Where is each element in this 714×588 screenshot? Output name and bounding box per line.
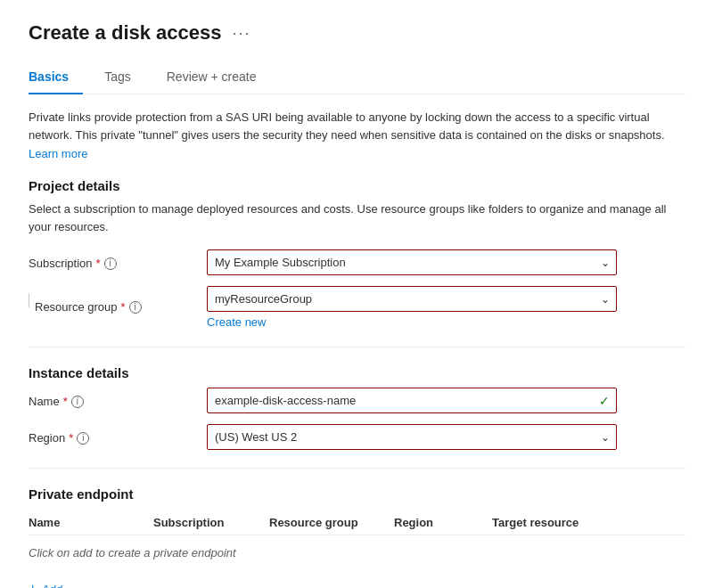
tab-basics[interactable]: Basics: [29, 62, 83, 94]
name-row: Name * i ✓: [29, 388, 685, 413]
table-empty-message: Click on add to create a private endpoin…: [29, 535, 685, 570]
private-endpoint-title: Private endpoint: [29, 486, 685, 502]
resource-group-required: *: [121, 300, 126, 314]
resource-group-row: Resource group * i myResourceGroup ⌄ Cre…: [29, 286, 685, 329]
subscription-info-icon[interactable]: i: [104, 257, 117, 270]
indent-line: [29, 293, 29, 307]
name-check-icon: ✓: [599, 394, 610, 408]
col-header-name: Name: [29, 516, 153, 529]
region-required: *: [69, 431, 73, 445]
subscription-label: Subscription * i: [29, 249, 207, 270]
subscription-select-wrapper: My Example Subscription ⌄: [207, 249, 617, 275]
project-details-title: Project details: [29, 178, 685, 193]
col-header-resource-group: Resource group: [269, 516, 394, 529]
name-label: Name * i: [29, 388, 207, 408]
region-select-wrapper: (US) West US 2 ⌄: [207, 424, 617, 450]
table-header: Name Subscription Resource group Region …: [29, 509, 685, 535]
resource-group-select[interactable]: myResourceGroup: [207, 286, 617, 312]
region-select[interactable]: (US) West US 2: [207, 424, 617, 450]
project-details-description: Select a subscription to manage deployed…: [29, 200, 685, 235]
divider-1: [29, 347, 685, 347]
name-required: *: [63, 395, 68, 408]
col-header-subscription: Subscription: [153, 516, 269, 529]
page-container: Create a disk access ··· Basics Tags Rev…: [0, 0, 714, 588]
resource-group-label: Resource group * i: [35, 293, 213, 314]
create-new-link[interactable]: Create new: [207, 315, 617, 329]
resource-group-info-icon[interactable]: i: [129, 301, 142, 314]
tab-tags[interactable]: Tags: [104, 62, 145, 94]
subscription-required: *: [96, 257, 101, 270]
region-info-icon[interactable]: i: [77, 432, 89, 445]
page-title: Create a disk access: [29, 21, 222, 45]
col-header-region: Region: [394, 516, 492, 529]
subscription-control: My Example Subscription ⌄: [207, 249, 617, 275]
name-control: ✓: [207, 388, 617, 413]
add-button-label: Add: [42, 583, 62, 589]
region-row: Region * i (US) West US 2 ⌄: [29, 424, 685, 450]
page-header: Create a disk access ···: [29, 21, 685, 45]
subscription-select[interactable]: My Example Subscription: [207, 249, 617, 275]
more-options-icon[interactable]: ···: [233, 24, 251, 43]
name-info-icon[interactable]: i: [71, 396, 84, 408]
learn-more-link[interactable]: Learn more: [29, 147, 87, 160]
instance-details-title: Instance details: [29, 365, 685, 380]
resource-group-select-wrapper: myResourceGroup ⌄: [207, 286, 617, 312]
divider-2: [29, 468, 685, 469]
tab-review-create[interactable]: Review + create: [167, 62, 271, 94]
description-text: Private links provide protection from a …: [29, 109, 685, 143]
plus-icon: +: [29, 581, 37, 588]
private-endpoint-section: Private endpoint Name Subscription Resou…: [29, 486, 685, 588]
subscription-row: Subscription * i My Example Subscription…: [29, 249, 685, 275]
col-header-target: Target resource: [492, 516, 685, 529]
tabs-container: Basics Tags Review + create: [29, 62, 685, 94]
name-input-wrapper: ✓: [207, 388, 617, 413]
add-button[interactable]: + Add: [29, 574, 62, 588]
region-label: Region * i: [29, 424, 207, 445]
region-control: (US) West US 2 ⌄: [207, 424, 617, 450]
name-input[interactable]: [207, 388, 617, 413]
resource-group-label-wrapper: Resource group * i: [29, 286, 207, 314]
resource-group-control: myResourceGroup ⌄ Create new: [207, 286, 617, 329]
